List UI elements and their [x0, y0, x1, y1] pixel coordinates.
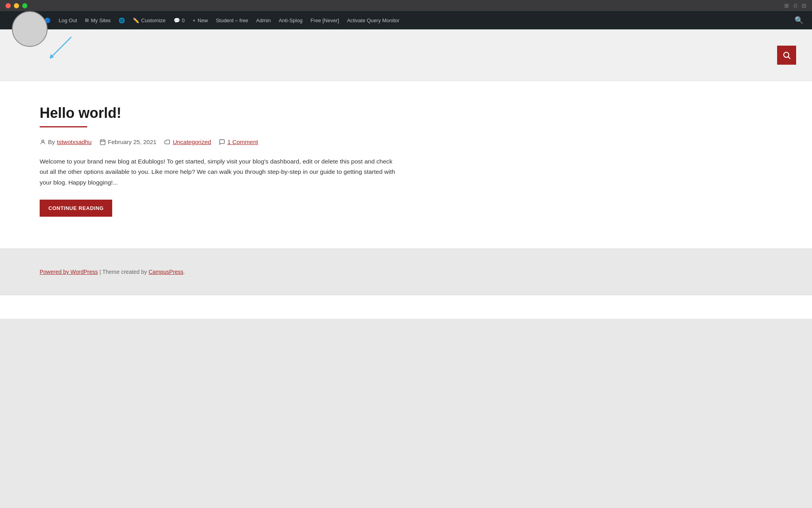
author-icon [40, 139, 46, 145]
post-author-meta: By tstwotxsadhu [40, 139, 92, 145]
customize-icon: ✏️ [133, 17, 139, 23]
student-label: Student – free [216, 17, 248, 23]
post-comments-meta: 1 Comment [219, 139, 258, 145]
comment-icon: 💬 [174, 17, 180, 23]
comment-count-link[interactable]: 1 Comment [227, 139, 258, 145]
free-never-item[interactable]: Free [Never] [307, 11, 342, 29]
admin-item[interactable]: Admin [253, 11, 274, 29]
minimize-button[interactable] [14, 3, 19, 8]
log-out-label: Log Out [59, 17, 77, 23]
calendar-icon [100, 139, 106, 145]
share-icon: ⎙ [794, 2, 797, 9]
admin-bar-items: 🔵 Log Out ⊞ My Sites 🌐 ✏️ Customize 💬 0 … [5, 11, 791, 29]
activate-qm-label: Activate Query Monitor [347, 17, 399, 23]
sidebar-icon: ⊞ [784, 2, 789, 9]
comments-item[interactable]: 💬 0 [170, 11, 188, 29]
post-date-meta: February 25, 2021 [100, 139, 157, 145]
window-controls [6, 3, 27, 8]
powered-by-link[interactable]: Powered by WordPress [40, 269, 98, 275]
admin-label: Admin [256, 17, 271, 23]
folder-icon [165, 139, 171, 145]
window-right-icons: ⊞ ⎙ ⊟ [784, 2, 806, 9]
free-never-label: Free [Never] [310, 17, 339, 23]
post-category-meta: Uncategorized [165, 139, 211, 145]
my-sites-item[interactable]: ⊞ My Sites [82, 11, 114, 29]
post-title-underline [40, 126, 87, 127]
post-meta: By tstwotxsadhu February 25, 2021 Uncate… [40, 139, 772, 145]
globe-item[interactable]: 🌐 [115, 11, 128, 29]
theme-creator-link[interactable]: CampusPress [149, 269, 184, 275]
student-item[interactable]: Student – free [213, 11, 251, 29]
close-button[interactable] [6, 3, 11, 8]
svg-rect-5 [100, 140, 105, 144]
admin-search-icon[interactable]: 🔍 [791, 11, 807, 29]
comments-count: 0 [182, 17, 185, 23]
activate-qm-item[interactable]: Activate Query Monitor [344, 11, 402, 29]
post-article: Hello world! By tstwotxsadhu February 25… [40, 105, 772, 217]
bottom-bar [0, 295, 812, 319]
svg-line-3 [788, 57, 790, 59]
author-link[interactable]: tstwotxsadhu [57, 139, 92, 145]
header-search-button[interactable] [777, 46, 796, 65]
footer-separator: | Theme created by [100, 269, 147, 275]
site-header [0, 29, 812, 81]
maximize-button[interactable] [22, 3, 27, 8]
customize-label: Customize [141, 17, 165, 23]
plus-icon: + [193, 17, 196, 23]
avatar-container [12, 11, 48, 47]
svg-point-2 [784, 52, 789, 57]
admin-bar: 🔵 Log Out ⊞ My Sites 🌐 ✏️ Customize 💬 0 … [0, 11, 812, 29]
window-chrome: ⊞ ⎙ ⊟ [0, 0, 812, 11]
anti-splog-item[interactable]: Anti-Splog [276, 11, 306, 29]
post-excerpt: Welcome to your brand new blog at Edublo… [40, 156, 396, 188]
site-footer: Powered by WordPress | Theme created by … [0, 248, 812, 295]
author-prefix: By [48, 139, 55, 145]
sites-icon: ⊞ [85, 17, 89, 23]
post-title: Hello world! [40, 105, 772, 121]
anti-splog-label: Anti-Splog [279, 17, 303, 23]
footer-period: . [184, 269, 185, 275]
avatar [12, 11, 48, 47]
new-label: New [197, 17, 208, 23]
customize-item[interactable]: ✏️ Customize [130, 11, 169, 29]
svg-point-4 [42, 140, 44, 142]
site-main: Hello world! By tstwotxsadhu February 25… [0, 81, 812, 248]
category-link[interactable]: Uncategorized [173, 139, 211, 145]
continue-reading-button[interactable]: CONTINUE READING [40, 200, 112, 217]
search-icon [782, 51, 791, 60]
footer-text: Powered by WordPress | Theme created by … [40, 269, 772, 275]
my-sites-label: My Sites [91, 17, 111, 23]
new-item[interactable]: + New [190, 11, 211, 29]
log-out-item[interactable]: Log Out [56, 11, 80, 29]
post-date: February 25, 2021 [108, 139, 157, 145]
globe-icon: 🌐 [119, 17, 125, 23]
comment-bubble-icon [219, 139, 225, 145]
split-icon: ⊟ [802, 2, 806, 9]
admin-bar-right: 🔍 [791, 11, 807, 29]
